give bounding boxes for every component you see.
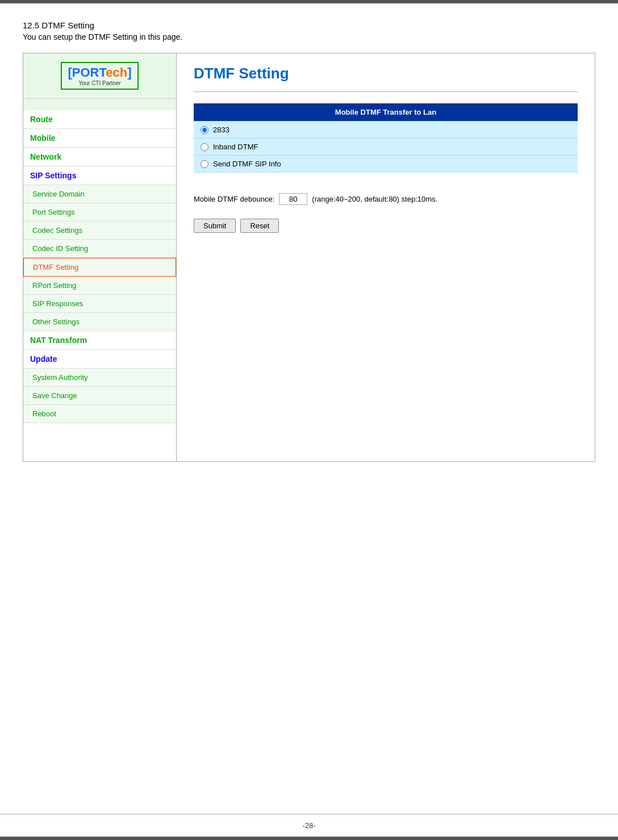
logo-box: [PORTech] Your CTI Partner (61, 62, 138, 90)
option-2833-cell: 2833 (194, 122, 578, 139)
page-title: DTMF Setting (194, 65, 578, 82)
debounce-label: Mobile DTMF debounce: (194, 195, 274, 203)
sidebar-item-rport-setting[interactable]: RPort Setting (23, 277, 176, 295)
option-inband-cell: Inband DTMF (194, 139, 578, 156)
page-subheading: You can setup the DTMF Setting in this p… (23, 32, 595, 41)
page-intro: 12.5 DTMF Setting You can setup the DTMF… (23, 20, 595, 41)
sidebar-item-codec-settings[interactable]: Codec Settings (23, 222, 176, 240)
sidebar-item-reboot[interactable]: Reboot (23, 405, 176, 423)
divider (194, 91, 578, 92)
table-row: Send DTMF SIP Info (194, 156, 578, 173)
table-header: Mobile DTMF Transfer to Lan (194, 103, 578, 122)
logo-port: [PORTech] (68, 65, 131, 80)
table-row: 2833 (194, 122, 578, 139)
sidebar-item-route[interactable]: Route (23, 110, 176, 129)
sidebar-item-sip-responses[interactable]: SIP Responses (23, 295, 176, 313)
radio-send-sip[interactable] (201, 160, 208, 168)
sidebar-item-network[interactable]: Network (23, 148, 176, 166)
main-content: DTMF Setting Mobile DTMF Transfer to Lan… (177, 53, 595, 461)
bottom-border (0, 837, 618, 840)
table-row: Inband DTMF (194, 139, 578, 156)
radio-option-send-sip: Send DTMF SIP Info (201, 160, 571, 168)
sidebar-item-port-settings[interactable]: Port Settings (23, 203, 176, 222)
main-layout: [PORTech] Your CTI Partner Route Mobile … (23, 53, 595, 462)
radio-2833[interactable] (201, 126, 208, 134)
sidebar-item-codec-id-setting[interactable]: Codec ID Setting (23, 240, 176, 258)
dtmf-table: Mobile DTMF Transfer to Lan 2833 (194, 103, 578, 173)
page-heading: 12.5 DTMF Setting (23, 20, 595, 30)
label-2833: 2833 (213, 126, 229, 134)
logo-area: [PORTech] Your CTI Partner (23, 53, 176, 99)
reset-button[interactable]: Reset (240, 219, 279, 233)
sidebar-item-save-change[interactable]: Save Change (23, 387, 176, 405)
button-row: Submit Reset (194, 219, 578, 233)
sidebar-item-service-domain[interactable]: Service Domain (23, 185, 176, 203)
debounce-hint: (range:40~200, default:80) step:10ms. (312, 195, 437, 203)
logo-subtitle: Your CTI Partner (68, 80, 131, 86)
sidebar-item-update[interactable]: Update (23, 350, 176, 369)
sidebar-item-dtmf-setting[interactable]: DTMF Setting (23, 258, 176, 277)
radio-option-2833: 2833 (201, 126, 571, 134)
debounce-input[interactable] (279, 193, 307, 205)
page-content: 12.5 DTMF Setting You can setup the DTMF… (0, 3, 618, 814)
option-send-sip-cell: Send DTMF SIP Info (194, 156, 578, 173)
sidebar-item-other-settings[interactable]: Other Settings (23, 313, 176, 331)
submit-button[interactable]: Submit (194, 219, 236, 233)
radio-option-inband: Inband DTMF (201, 143, 571, 151)
sidebar-item-nat-transform[interactable]: NAT Transform (23, 331, 176, 350)
footer-bar: -28- (0, 814, 618, 837)
sidebar-spacer (23, 99, 176, 110)
sidebar-item-mobile[interactable]: Mobile (23, 129, 176, 148)
label-send-sip: Send DTMF SIP Info (213, 160, 281, 168)
logo: [PORTech] Your CTI Partner (61, 62, 138, 90)
footer-text: -28- (302, 821, 315, 830)
sidebar: [PORTech] Your CTI Partner Route Mobile … (23, 53, 177, 461)
debounce-row: Mobile DTMF debounce: (range:40~200, def… (194, 184, 578, 214)
sidebar-item-sip-settings[interactable]: SIP Settings (23, 166, 176, 185)
radio-inband[interactable] (201, 143, 208, 151)
label-inband: Inband DTMF (213, 143, 258, 151)
sidebar-item-system-authority[interactable]: System Authority (23, 369, 176, 387)
